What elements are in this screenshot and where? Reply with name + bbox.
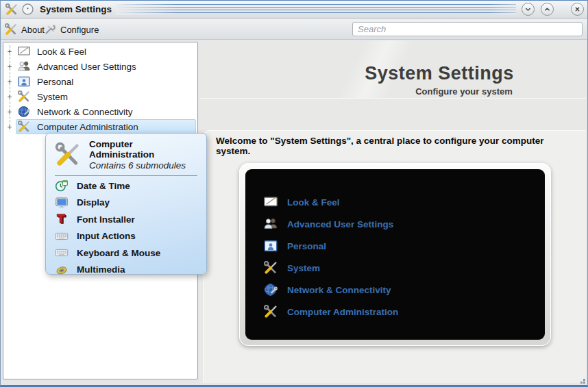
main-panel: System Settings Configure your system We… [199,40,586,384]
users-icon [263,216,278,232]
close-icon [573,5,582,14]
wrench-icon [43,23,57,36]
hub-item-label: Personal [287,241,326,251]
tree-item-personal[interactable]: + Personal [3,74,197,89]
tools-icon [263,260,278,275]
system-settings-window: System Settings About Configure + Look &… [0,0,588,387]
tooltip-item-date-time[interactable]: Date & Time [46,177,206,195]
hub-item-label: Network & Connectivity [287,285,391,295]
tooltip-item-font-installer[interactable]: Font Installer [46,211,206,228]
tooltip-item-multimedia[interactable]: Multimedia [46,262,206,279]
users-icon [17,60,31,73]
maximize-button[interactable] [541,3,554,16]
resize-grip[interactable] [583,382,585,384]
tooltip-item-label: Date & Time [77,181,130,191]
keyboard-icon [55,246,69,260]
page-subtitle: Configure your system [334,86,586,97]
chevron-down-icon [524,5,532,14]
configure-button-label: Configure [60,25,99,35]
globe-wrench-icon [17,105,31,118]
tree-item-system[interactable]: + System [3,89,197,104]
hub-item-network-connectivity[interactable]: Network & Connectivity [245,279,545,301]
tooltip-title: Computer Administration [89,139,198,160]
tooltip-item-label: Multimedia [77,264,125,275]
tooltip-item-label: Keyboard & Mouse [77,248,160,258]
tooltip-item-display[interactable]: Display [46,195,206,212]
window-title: System Settings [40,1,112,18]
hub-item-label: Look & Feel [287,197,340,208]
tools-icon [54,141,82,168]
tooltip-item-input-actions[interactable]: Input Actions [46,228,206,245]
globe-wrench-icon [263,282,278,297]
tree-item-label: Personal [37,77,73,87]
hub-item-label: Advanced User Settings [287,219,393,229]
submodule-tooltip: Computer Administration Contains 6 submo… [45,133,207,275]
chevron-up-icon [543,5,552,14]
welcome-area: Welcome to "System Settings", a central … [203,130,586,383]
titlebar-decoration [116,4,516,15]
tree-item-computer-administration[interactable]: + Computer Administration [3,119,197,134]
tree-item-label: System [37,92,68,102]
tooltip-item-label: Input Actions [77,231,136,241]
hub-item-personal[interactable]: Personal [245,235,545,257]
tree-item-label: Network & Connectivity [37,107,133,117]
tree-item-label: Computer Administration [37,122,138,132]
tooltip-subtitle: Contains 6 submodules [89,160,198,171]
tree-expander[interactable]: + [5,119,14,134]
tree-expander[interactable]: + [5,59,14,74]
category-hub-frame: Look & Feel Advanced User Settings Perso… [239,163,551,346]
configure-button[interactable]: Configure [43,22,99,37]
tools-icon [263,304,278,319]
tree-expander[interactable]: + [5,44,14,59]
tools-icon [17,90,31,103]
tree-item-look-and-feel[interactable]: + Look & Feel [3,44,197,59]
titlebar[interactable]: System Settings [1,1,587,18]
monitor-icon [55,196,69,210]
window-menu-icon[interactable] [21,3,34,16]
tools-icon [17,120,31,134]
monitor-pen-icon [263,195,278,210]
panel-header: System Settings Configure your system [199,40,586,99]
tools-app-icon [5,3,19,16]
hub-item-computer-administration[interactable]: Computer Administration [245,301,545,323]
tree-item-network-connectivity[interactable]: + Network & Connectivity [3,104,197,119]
tooltip-item-label: Font Installer [77,214,135,225]
tooltip-item-keyboard-mouse[interactable]: Keyboard & Mouse [46,245,206,262]
tree-expander[interactable]: + [5,74,14,89]
tree-expander[interactable]: + [5,89,14,104]
keyboard-icon [55,229,69,243]
clock-calendar-icon [55,179,69,192]
about-button[interactable]: About [4,22,45,37]
welcome-text: Welcome to "System Settings", a central … [203,130,586,156]
tooltip-divider [55,175,197,176]
tooltip-header: Computer Administration Contains 6 submo… [46,134,206,173]
hub-item-label: Computer Administration [287,307,398,317]
close-button[interactable] [571,3,584,16]
tree-item-label: Look & Feel [37,47,86,57]
hub-item-advanced-user-settings[interactable]: Advanced User Settings [245,213,545,235]
about-button-label: About [21,25,45,35]
hub-item-label: System [287,263,320,273]
hub-item-look-and-feel[interactable]: Look & Feel [245,191,545,213]
speaker-icon [55,263,69,277]
tooltip-item-label: Display [77,197,110,208]
tree-expander[interactable]: + [5,104,14,119]
minimize-button[interactable] [522,3,535,16]
person-frame-icon [263,238,278,253]
font-letter-icon [55,212,69,226]
page-title: System Settings [309,63,569,84]
monitor-pen-icon [17,45,31,58]
tree-item-advanced-user-settings[interactable]: + Advanced User Settings [3,59,197,74]
category-hub: Look & Feel Advanced User Settings Perso… [245,169,545,340]
tools-icon [4,23,18,36]
person-frame-icon [17,75,31,88]
search-input[interactable] [352,22,583,36]
tree-item-label: Advanced User Settings [37,62,136,72]
hub-item-system[interactable]: System [245,257,545,279]
toolbar: About Configure [1,19,587,40]
